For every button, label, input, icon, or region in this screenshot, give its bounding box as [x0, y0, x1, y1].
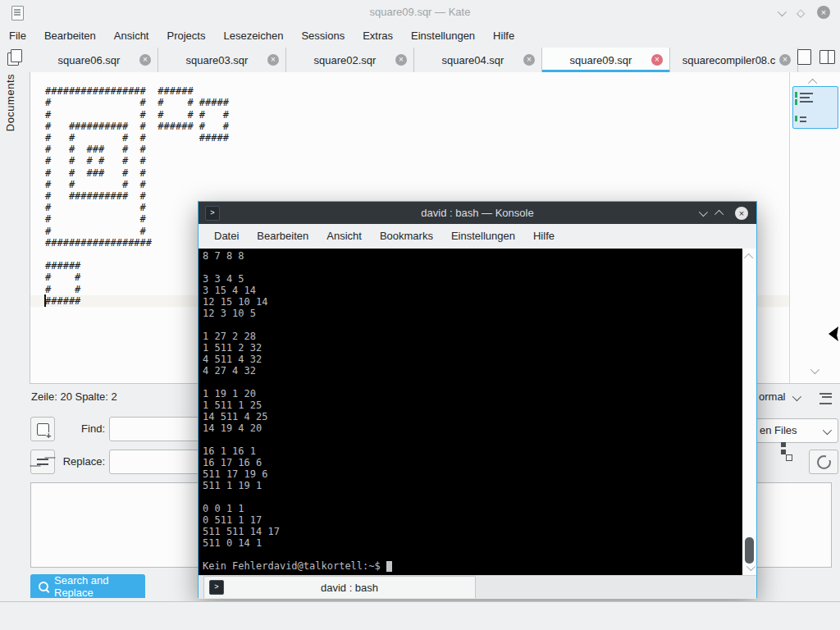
tab-square04[interactable]: square04.sqr ×	[414, 48, 542, 72]
kate-menu-projects[interactable]: Projects	[158, 25, 214, 48]
find-label: Find:	[66, 417, 105, 441]
konsole-minimize-button[interactable]	[699, 207, 705, 219]
search-and-replace-tab[interactable]: Search and Replace	[30, 574, 145, 598]
modified-line-marker	[795, 99, 797, 105]
konsole-tab-david-bash[interactable]: > david : bash	[203, 576, 476, 598]
minimap-view-indicator[interactable]	[792, 86, 838, 129]
cursor-position-status: Zeile: 20 Spalte: 2	[31, 384, 117, 410]
terminal[interactable]: 8 7 8 8 3 3 4 5 3 15 4 14 12 15 10 14 12…	[199, 249, 756, 575]
konsole-menu-hilfe[interactable]: Hilfe	[524, 224, 564, 249]
konsole-menu-ansicht[interactable]: Ansicht	[317, 224, 371, 249]
konsole-menu-bearbeiten[interactable]: Bearbeiten	[248, 224, 317, 249]
kate-menu-einstellungen[interactable]: Einstellungen	[402, 25, 484, 48]
konsole-app-icon: >	[205, 206, 220, 221]
kate-menu-file[interactable]: File	[0, 25, 35, 48]
kate-menu-extras[interactable]: Extras	[354, 25, 402, 48]
desktop: square09.sqr — Kate ◇ × File Bearbeiten …	[0, 0, 840, 630]
kate-menu-lesezeichen[interactable]: Lesezeichen	[214, 25, 292, 48]
kate-tabbar: square06.sqr × square03.sqr × square02.s…	[30, 48, 840, 73]
modified-line-marker	[795, 92, 797, 98]
kate-close-button[interactable]: ×	[817, 6, 830, 19]
indentation-menu-icon[interactable]	[819, 393, 832, 404]
scrollbar-thumb[interactable]	[745, 537, 754, 564]
terminal-scrollbar[interactable]	[742, 249, 756, 575]
taskbar	[0, 601, 840, 630]
kate-window-title: square09.sqr — Kate	[0, 0, 840, 25]
sliders-icon	[37, 457, 48, 467]
scroll-up-icon[interactable]	[744, 253, 753, 262]
konsole-window: david : bash — Konsole > × Datei Bearbei…	[198, 201, 757, 598]
kate-menu-hilfe[interactable]: Hilfe	[484, 25, 523, 48]
konsole-tabbar: > david : bash	[199, 575, 756, 599]
tab-squarecompiler08[interactable]: squarecompiler08.c ×	[670, 48, 798, 72]
konsole-maximize-button[interactable]	[717, 207, 724, 219]
mode-selector[interactable]: ormal	[759, 384, 786, 410]
new-search-tab-button[interactable]	[30, 417, 55, 441]
konsole-menu-bookmarks[interactable]: Bookmarks	[371, 224, 442, 249]
konsole-menu-einstellungen[interactable]: Einstellungen	[442, 224, 524, 249]
terminal-icon: >	[209, 580, 224, 595]
sidebar-tab-documents[interactable]: Documents	[4, 74, 16, 131]
tab-square03[interactable]: square03.sqr ×	[158, 48, 286, 72]
tab-close-icon[interactable]: ×	[395, 54, 407, 66]
split-view-icon[interactable]	[819, 50, 835, 64]
chevron-down-icon[interactable]	[792, 392, 801, 401]
kate-menu-bearbeiten[interactable]: Bearbeiten	[35, 25, 105, 48]
kate-minimize-button[interactable]	[778, 7, 784, 19]
new-document-icon[interactable]	[797, 49, 811, 65]
kate-titlebar: square09.sqr — Kate ◇ ×	[0, 0, 840, 25]
tab-close-icon[interactable]: ×	[523, 54, 535, 66]
kate-menu-sessions[interactable]: Sessions	[292, 25, 354, 48]
konsole-window-title: david : bash — Konsole	[199, 202, 756, 224]
konsole-close-button[interactable]: ×	[735, 207, 748, 220]
kate-menu-ansicht[interactable]: Ansicht	[105, 25, 158, 48]
konsole-menu-datei[interactable]: Datei	[205, 224, 248, 249]
konsole-titlebar: david : bash — Konsole > ×	[199, 202, 756, 224]
tab-square09-active[interactable]: square09.sqr ×	[542, 48, 670, 72]
search-icon	[39, 582, 48, 591]
chevron-down-icon	[823, 426, 832, 435]
kate-menubar: File Bearbeiten Ansicht Projects Lesezei…	[0, 25, 840, 48]
replace-label: Replace:	[54, 450, 105, 474]
refresh-icon	[817, 455, 831, 469]
refresh-search-button[interactable]	[809, 450, 838, 474]
modified-line-marker	[795, 116, 797, 121]
kate-left-dock: Documents	[0, 48, 30, 384]
new-search-icon	[37, 423, 49, 436]
tab-square06[interactable]: square06.sqr ×	[30, 48, 158, 72]
tab-close-icon[interactable]: ×	[267, 54, 279, 66]
konsole-menubar: Datei Bearbeiten Ansicht Bookmarks Einst…	[199, 224, 756, 249]
tab-close-icon[interactable]: ×	[651, 54, 663, 66]
documents-icon	[7, 52, 19, 66]
tab-close-icon[interactable]: ×	[139, 54, 151, 66]
terminal-output: 8 7 8 8 3 3 4 5 3 15 4 14 12 15 10 14 12…	[203, 250, 280, 549]
kate-maximize-button[interactable]: ◇	[797, 7, 805, 19]
terminal-prompt-line: Kein Fehlerdavid@talkortell:~$	[203, 560, 392, 572]
tab-close-icon[interactable]: ×	[779, 54, 791, 66]
search-options-button[interactable]	[30, 450, 55, 474]
tab-square02[interactable]: square02.sqr ×	[286, 48, 414, 72]
terminal-cursor	[386, 561, 392, 572]
